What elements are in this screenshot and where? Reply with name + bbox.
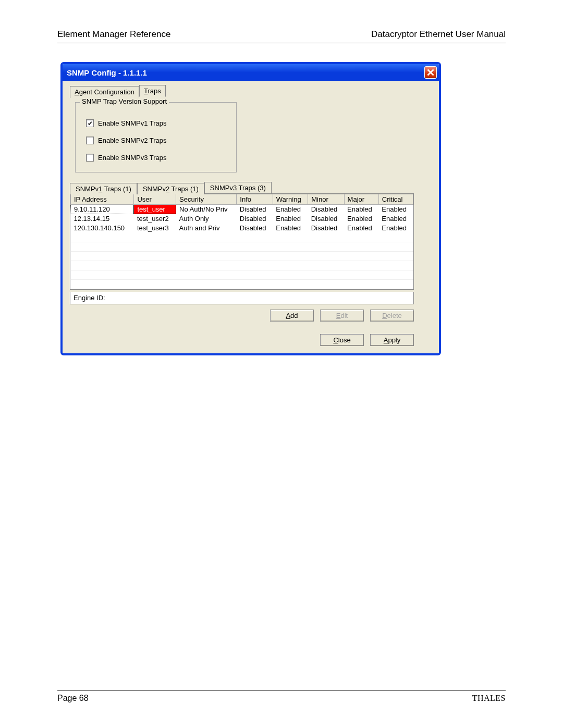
cell-major: Enabled — [344, 224, 378, 233]
add-button[interactable]: Add — [270, 310, 314, 322]
top-tabs: Agent Configuration Traps — [70, 85, 432, 97]
traps-table: IP Address User Security Info Warning Mi… — [70, 193, 414, 290]
table-row[interactable]: 9.10.11.120test_userNo Auth/No PrivDisab… — [71, 205, 413, 214]
cell-ip: 12.13.14.15 — [71, 214, 134, 224]
label-snmpv2: Enable SNMPv2 Traps — [98, 137, 167, 144]
groupbox-legend: SNMP Trap Version Support — [80, 97, 169, 105]
header-right: Datacryptor Ethernet User Manual — [371, 29, 506, 40]
cell-user: test_user2 — [134, 214, 176, 224]
cell-critical: Enabled — [378, 224, 413, 233]
engine-id-label: Engine ID: — [74, 294, 105, 302]
window-title: SNMP Config - 1.1.1.1 — [67, 68, 147, 77]
footer-right: THALES — [472, 694, 506, 703]
tab-snmpv1-traps[interactable]: SNMPv1 Traps (1) — [70, 183, 137, 194]
col-warning[interactable]: Warning — [273, 194, 308, 205]
header-left: Element Manager Reference — [57, 29, 170, 40]
close-icon[interactable] — [424, 66, 437, 79]
cell-security: Auth Only — [176, 214, 237, 224]
table-row-empty — [71, 280, 413, 289]
cell-info: Disabled — [237, 224, 273, 233]
cell-info: Disabled — [237, 205, 273, 214]
cell-warning: Enabled — [273, 205, 308, 214]
doc-header: Element Manager Reference Datacryptor Et… — [57, 25, 506, 43]
snmp-config-window: SNMP Config - 1.1.1.1 Agent Configuratio… — [60, 62, 441, 355]
col-info[interactable]: Info — [237, 194, 273, 205]
tab-agent-configuration[interactable]: Agent Configuration — [70, 86, 139, 98]
close-button[interactable]: Close — [320, 334, 364, 346]
label-snmpv3: Enable SNMPv3 Traps — [98, 154, 167, 162]
table-row[interactable]: 120.130.140.150test_user3Auth and PrivDi… — [71, 224, 413, 233]
checkbox-snmpv2[interactable] — [86, 137, 94, 144]
table-row[interactable]: 12.13.14.15test_user2Auth OnlyDisabledEn… — [71, 214, 413, 224]
cell-ip: 120.130.140.150 — [71, 224, 134, 233]
label-snmpv1: Enable SNMPv1 Traps — [98, 119, 167, 127]
col-user[interactable]: User — [134, 194, 176, 205]
col-minor[interactable]: Minor — [308, 194, 344, 205]
edit-button[interactable]: Edit — [320, 310, 364, 322]
cell-user: test_user3 — [134, 224, 176, 233]
checkbox-snmpv1[interactable]: ✔ — [86, 119, 94, 127]
col-ip[interactable]: IP Address — [71, 194, 134, 205]
col-major[interactable]: Major — [344, 194, 378, 205]
tab-traps[interactable]: Traps — [139, 85, 166, 97]
trap-version-groupbox: SNMP Trap Version Support ✔ Enable SNMPv… — [75, 102, 237, 172]
cell-critical: Enabled — [378, 214, 413, 224]
footer-left: Page 68 — [57, 694, 89, 703]
tab-snmpv2-traps[interactable]: SNMPv2 Traps (1) — [137, 183, 204, 194]
trap-sub-tabs: SNMPv1 Traps (1) SNMPv2 Traps (1) SNMPv3… — [70, 182, 432, 193]
cell-critical: Enabled — [378, 205, 413, 214]
table-row-empty — [71, 270, 413, 280]
table-row-empty — [71, 242, 413, 252]
cell-minor: Disabled — [308, 224, 344, 233]
cell-major: Enabled — [344, 214, 378, 224]
cell-minor: Disabled — [308, 214, 344, 224]
cell-warning: Enabled — [273, 214, 308, 224]
cell-minor: Disabled — [308, 205, 344, 214]
col-critical[interactable]: Critical — [378, 194, 413, 205]
cell-warning: Enabled — [273, 224, 308, 233]
titlebar: SNMP Config - 1.1.1.1 — [63, 64, 439, 81]
table-row-empty — [71, 261, 413, 270]
doc-footer: Page 68 THALES — [57, 690, 506, 703]
engine-id-row: Engine ID: — [70, 292, 414, 304]
checkbox-snmpv3[interactable] — [86, 154, 94, 162]
cell-ip: 9.10.11.120 — [71, 205, 134, 214]
delete-button[interactable]: Delete — [370, 310, 414, 322]
table-row-empty — [71, 252, 413, 261]
cell-major: Enabled — [344, 205, 378, 214]
table-header-row: IP Address User Security Info Warning Mi… — [71, 194, 413, 205]
col-security[interactable]: Security — [176, 194, 237, 205]
tab-snmpv3-traps[interactable]: SNMPv3 Traps (3) — [204, 182, 272, 193]
cell-info: Disabled — [237, 214, 273, 224]
apply-button[interactable]: Apply — [370, 334, 414, 346]
cell-user: test_user — [134, 205, 176, 214]
cell-security: No Auth/No Priv — [176, 205, 237, 214]
cell-security: Auth and Priv — [176, 224, 237, 233]
table-row-empty — [71, 233, 413, 242]
